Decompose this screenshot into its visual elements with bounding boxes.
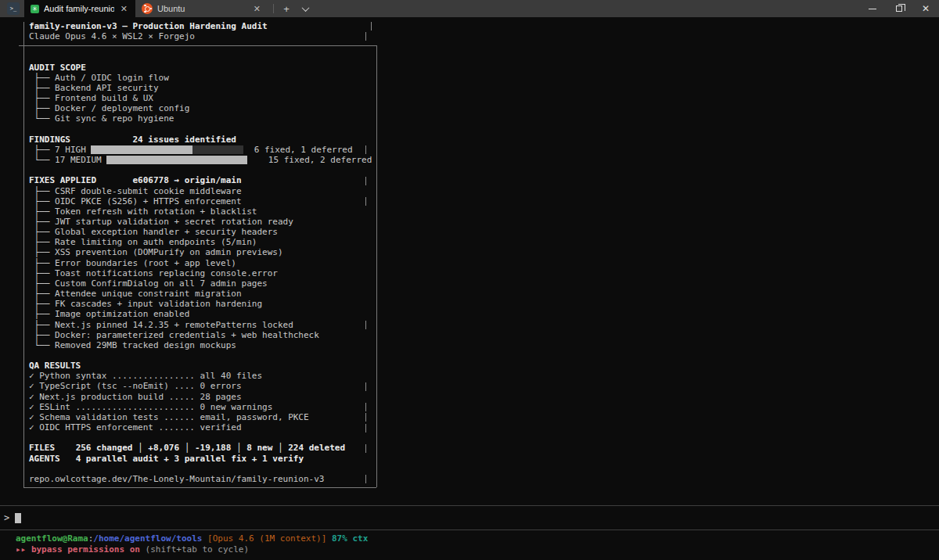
terminal-line: ✓ Python syntax ................ all 40 … [29, 371, 372, 381]
terminal-line: ├── XSS prevention (DOMPurify on admin p… [29, 247, 372, 257]
status-line-permissions: ▸▸ bypass permissions on (shift+tab to c… [16, 544, 249, 555]
box-border-top [19, 45, 376, 46]
line-end-tick [365, 197, 366, 206]
terminal-line: Claude Opus 4.6 × WSL2 × Forgejo [29, 31, 372, 41]
terminal-text: ▸▸ [16, 544, 31, 555]
terminal-line: ├── Auth / OIDC login flow [29, 73, 372, 83]
line-end-tick [365, 475, 366, 483]
terminal-text: ✓ Next.js production build ..... 28 page… [29, 392, 242, 402]
terminal-text: ├── Auth / OIDC login flow [29, 73, 169, 83]
terminal-line: ✓ Schema validation tests ...... email, … [29, 412, 372, 422]
terminal-text: ├── 7 HIGH [29, 145, 91, 155]
tab-audit-session[interactable]: ✳ Audit family-reunion-v3 fi ✕ [24, 0, 135, 17]
terminal-line: └── Removed 29MB tracked design mockups [29, 340, 372, 350]
terminal-text: ├── Custom ConfirmDialog on all 7 admin … [29, 278, 268, 289]
line-end-tick [365, 444, 366, 453]
terminal-text: ✓ Schema validation tests ...... email, … [29, 412, 309, 422]
terminal-text: ├── XSS prevention (DOMPurify on admin p… [29, 247, 283, 257]
terminal-text: ├── OIDC PKCE (S256) + HTTPS enforcement [29, 196, 242, 206]
terminal-line: ├── Rate limiting on auth endpoints (5/m… [29, 237, 372, 247]
terminal-text: ├── Image optimization enabled [29, 309, 189, 319]
terminal-text: 87% ctx [326, 533, 368, 544]
terminal-text: ├── Backend API security [29, 83, 159, 93]
terminal-text: 24 issues identified [132, 135, 236, 145]
terminal-text [96, 175, 132, 185]
prompt-box-bottom-border [0, 529, 939, 530]
terminal-text: [Opus 4.6 (1M context)] [202, 533, 326, 544]
terminal-window: >_ ✳ Audit family-reunion-v3 fi ✕ Ubuntu… [0, 0, 939, 560]
terminal-line: ├── Toast notifications replacing consol… [29, 268, 372, 278]
terminal-text: QA RESULTS [29, 361, 81, 371]
terminal-text: ├── Error boundaries (root + app level) [29, 258, 236, 268]
terminal-line [29, 433, 372, 443]
terminal-line [29, 52, 372, 62]
terminal-line: AGENTS 4 parallel audit + 3 parallel fix… [29, 454, 372, 464]
terminal-text: ✓ Python syntax ................ all 40 … [29, 371, 262, 381]
line-end-tick [365, 403, 366, 411]
line-end-tick [365, 413, 366, 422]
findings-bar [91, 145, 192, 154]
terminal-line: ├── Docker / deployment config [29, 103, 372, 113]
terminal-text: ├── FK cascades + input validation harde… [29, 299, 262, 309]
close-icon[interactable]: ✕ [119, 4, 129, 14]
close-window-button[interactable]: ✕ [912, 0, 939, 17]
findings-bar [192, 145, 243, 154]
terminal-viewport[interactable]: family-reunion-v3 — Production Hardening… [0, 17, 939, 560]
ubuntu-logo-icon [142, 3, 153, 14]
terminal-line: QA RESULTS [29, 361, 372, 371]
tab-title: Ubuntu [157, 4, 247, 13]
terminal-text: └── 17 MEDIUM [29, 155, 106, 165]
terminal-text: ├── Rate limiting on auth endpoints (5/m… [29, 237, 257, 247]
line-end-tick [365, 321, 366, 329]
terminal-text: ✓ OIDC HTTPS enforcement ....... verifie… [29, 422, 242, 433]
terminal-line: FIXES APPLIED e606778 → origin/main [29, 175, 372, 185]
terminal-line: └── 17 MEDIUM 15 fixed, 2 deferred [29, 155, 372, 165]
tab-dropdown-button[interactable] [296, 0, 315, 17]
minimize-button[interactable] [859, 0, 886, 17]
status-line-context: agentflow@Rama:/home/agentflow/tools [Op… [16, 533, 368, 544]
terminal-line [29, 484, 372, 494]
terminal-line: ├── Custom ConfirmDialog on all 7 admin … [29, 278, 372, 289]
new-tab-button[interactable]: + [277, 0, 296, 17]
terminal-text: FINDINGS [29, 135, 70, 145]
tab-title: Audit family-reunion-v3 fi [44, 4, 114, 13]
chevron-down-icon [301, 4, 309, 12]
terminal-line: ├── Backend API security [29, 83, 372, 93]
terminal-text: ├── Frontend build & UX [29, 93, 153, 103]
tab-ubuntu[interactable]: Ubuntu ✕ [135, 0, 268, 17]
line-end-tick [365, 145, 366, 154]
text-cursor [15, 513, 21, 523]
terminal-line: ├── JWT startup validation + secret rota… [29, 217, 372, 227]
line-end-tick [365, 424, 366, 433]
terminal-line: ✓ OIDC HTTPS enforcement ....... verifie… [29, 422, 372, 433]
terminal-text [55, 443, 76, 453]
restore-button[interactable] [886, 0, 912, 17]
terminal-text: ✓ ESLint ....................... 0 new w… [29, 402, 272, 412]
terminal-text: ├── Docker: parameterized credentials + … [29, 330, 319, 340]
prompt-input[interactable]: > [4, 512, 21, 524]
terminal-text: ├── Next.js pinned 14.2.35 + remotePatte… [29, 320, 293, 330]
terminal-text [70, 135, 132, 145]
close-icon[interactable]: ✕ [252, 4, 262, 14]
terminal-line: ├── Docker: parameterized credentials + … [29, 330, 372, 340]
terminal-text: repo.owlcottage.dev/The-Lonely-Mountain/… [29, 474, 325, 484]
terminal-text: ✓ TypeScript (tsc --noEmit) .... 0 error… [29, 381, 242, 391]
terminal-text: bypass permissions on [31, 544, 140, 555]
terminal-line [29, 124, 372, 135]
terminal-line [29, 165, 372, 175]
terminal-text: FILES [29, 443, 55, 453]
terminal-line: family-reunion-v3 — Production Hardening… [29, 21, 372, 31]
terminal-text: └── Git sync & repo hygiene [29, 113, 174, 124]
terminal-line: ├── FK cascades + input validation harde… [29, 299, 372, 309]
terminal-line: ✓ ESLint ....................... 0 new w… [29, 402, 372, 412]
terminal-text: AUDIT SCOPE [29, 63, 86, 73]
restore-icon [896, 5, 902, 12]
titlebar: >_ ✳ Audit family-reunion-v3 fi ✕ Ubuntu… [0, 0, 939, 17]
terminal-text: 15 fixed, 2 deferred [247, 155, 372, 165]
prompt-box-top-border [0, 505, 939, 506]
terminal-line: ├── Error boundaries (root + app level) [29, 258, 372, 268]
terminal-line: ├── Next.js pinned 14.2.35 + remotePatte… [29, 320, 372, 330]
terminal-text: FIXES APPLIED [29, 175, 96, 185]
line-end-tick [365, 382, 366, 391]
box-border-right [376, 45, 377, 487]
